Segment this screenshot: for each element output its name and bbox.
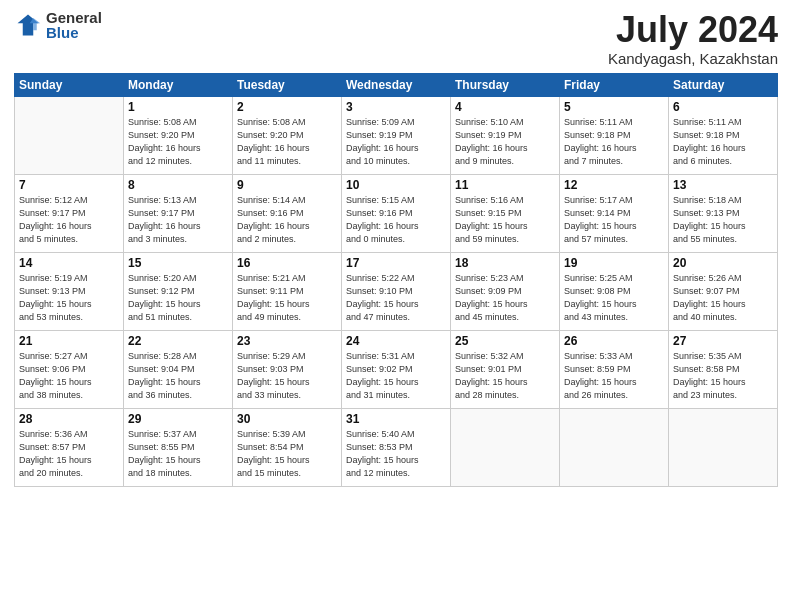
calendar-cell: 12Sunrise: 5:17 AMSunset: 9:14 PMDayligh… xyxy=(560,174,669,252)
day-info: Sunrise: 5:22 AMSunset: 9:10 PMDaylight:… xyxy=(346,272,446,324)
calendar-cell: 29Sunrise: 5:37 AMSunset: 8:55 PMDayligh… xyxy=(124,408,233,486)
weekday-header-friday: Friday xyxy=(560,73,669,96)
day-number: 12 xyxy=(564,178,664,192)
day-number: 20 xyxy=(673,256,773,270)
day-info: Sunrise: 5:15 AMSunset: 9:16 PMDaylight:… xyxy=(346,194,446,246)
day-number: 1 xyxy=(128,100,228,114)
calendar-cell: 31Sunrise: 5:40 AMSunset: 8:53 PMDayligh… xyxy=(342,408,451,486)
calendar-cell: 9Sunrise: 5:14 AMSunset: 9:16 PMDaylight… xyxy=(233,174,342,252)
month-title: July 2024 xyxy=(608,10,778,50)
day-info: Sunrise: 5:27 AMSunset: 9:06 PMDaylight:… xyxy=(19,350,119,402)
day-number: 13 xyxy=(673,178,773,192)
day-number: 4 xyxy=(455,100,555,114)
day-number: 9 xyxy=(237,178,337,192)
day-info: Sunrise: 5:37 AMSunset: 8:55 PMDaylight:… xyxy=(128,428,228,480)
day-number: 19 xyxy=(564,256,664,270)
day-number: 3 xyxy=(346,100,446,114)
calendar-table: SundayMondayTuesdayWednesdayThursdayFrid… xyxy=(14,73,778,487)
header: General Blue July 2024 Kandyagash, Kazak… xyxy=(14,10,778,67)
calendar-cell: 1Sunrise: 5:08 AMSunset: 9:20 PMDaylight… xyxy=(124,96,233,174)
logo-icon xyxy=(14,11,42,39)
calendar-cell: 21Sunrise: 5:27 AMSunset: 9:06 PMDayligh… xyxy=(15,330,124,408)
day-info: Sunrise: 5:33 AMSunset: 8:59 PMDaylight:… xyxy=(564,350,664,402)
calendar-header: SundayMondayTuesdayWednesdayThursdayFrid… xyxy=(15,73,778,96)
day-number: 14 xyxy=(19,256,119,270)
weekday-header-sunday: Sunday xyxy=(15,73,124,96)
calendar-body: 1Sunrise: 5:08 AMSunset: 9:20 PMDaylight… xyxy=(15,96,778,486)
day-info: Sunrise: 5:12 AMSunset: 9:17 PMDaylight:… xyxy=(19,194,119,246)
calendar-week-2: 7Sunrise: 5:12 AMSunset: 9:17 PMDaylight… xyxy=(15,174,778,252)
calendar-cell: 23Sunrise: 5:29 AMSunset: 9:03 PMDayligh… xyxy=(233,330,342,408)
calendar-week-1: 1Sunrise: 5:08 AMSunset: 9:20 PMDaylight… xyxy=(15,96,778,174)
day-info: Sunrise: 5:08 AMSunset: 9:20 PMDaylight:… xyxy=(128,116,228,168)
calendar-cell xyxy=(560,408,669,486)
calendar-cell: 18Sunrise: 5:23 AMSunset: 9:09 PMDayligh… xyxy=(451,252,560,330)
calendar-cell: 20Sunrise: 5:26 AMSunset: 9:07 PMDayligh… xyxy=(669,252,778,330)
calendar-cell: 3Sunrise: 5:09 AMSunset: 9:19 PMDaylight… xyxy=(342,96,451,174)
day-number: 31 xyxy=(346,412,446,426)
weekday-header-thursday: Thursday xyxy=(451,73,560,96)
day-number: 17 xyxy=(346,256,446,270)
calendar-cell: 7Sunrise: 5:12 AMSunset: 9:17 PMDaylight… xyxy=(15,174,124,252)
page: General Blue July 2024 Kandyagash, Kazak… xyxy=(0,0,792,612)
weekday-header-saturday: Saturday xyxy=(669,73,778,96)
calendar-cell: 28Sunrise: 5:36 AMSunset: 8:57 PMDayligh… xyxy=(15,408,124,486)
day-number: 24 xyxy=(346,334,446,348)
calendar-cell: 25Sunrise: 5:32 AMSunset: 9:01 PMDayligh… xyxy=(451,330,560,408)
calendar-cell: 11Sunrise: 5:16 AMSunset: 9:15 PMDayligh… xyxy=(451,174,560,252)
day-info: Sunrise: 5:23 AMSunset: 9:09 PMDaylight:… xyxy=(455,272,555,324)
day-number: 15 xyxy=(128,256,228,270)
day-info: Sunrise: 5:11 AMSunset: 9:18 PMDaylight:… xyxy=(673,116,773,168)
calendar-cell: 4Sunrise: 5:10 AMSunset: 9:19 PMDaylight… xyxy=(451,96,560,174)
day-info: Sunrise: 5:25 AMSunset: 9:08 PMDaylight:… xyxy=(564,272,664,324)
day-number: 2 xyxy=(237,100,337,114)
day-number: 5 xyxy=(564,100,664,114)
logo: General Blue xyxy=(14,10,102,40)
calendar-cell: 6Sunrise: 5:11 AMSunset: 9:18 PMDaylight… xyxy=(669,96,778,174)
day-info: Sunrise: 5:39 AMSunset: 8:54 PMDaylight:… xyxy=(237,428,337,480)
day-number: 22 xyxy=(128,334,228,348)
day-info: Sunrise: 5:29 AMSunset: 9:03 PMDaylight:… xyxy=(237,350,337,402)
weekday-header-wednesday: Wednesday xyxy=(342,73,451,96)
day-number: 27 xyxy=(673,334,773,348)
calendar-cell: 8Sunrise: 5:13 AMSunset: 9:17 PMDaylight… xyxy=(124,174,233,252)
day-number: 11 xyxy=(455,178,555,192)
day-number: 8 xyxy=(128,178,228,192)
calendar-week-5: 28Sunrise: 5:36 AMSunset: 8:57 PMDayligh… xyxy=(15,408,778,486)
day-number: 7 xyxy=(19,178,119,192)
day-info: Sunrise: 5:32 AMSunset: 9:01 PMDaylight:… xyxy=(455,350,555,402)
calendar-cell: 15Sunrise: 5:20 AMSunset: 9:12 PMDayligh… xyxy=(124,252,233,330)
calendar-cell xyxy=(15,96,124,174)
day-info: Sunrise: 5:09 AMSunset: 9:19 PMDaylight:… xyxy=(346,116,446,168)
day-info: Sunrise: 5:28 AMSunset: 9:04 PMDaylight:… xyxy=(128,350,228,402)
calendar-cell: 5Sunrise: 5:11 AMSunset: 9:18 PMDaylight… xyxy=(560,96,669,174)
day-info: Sunrise: 5:18 AMSunset: 9:13 PMDaylight:… xyxy=(673,194,773,246)
day-info: Sunrise: 5:40 AMSunset: 8:53 PMDaylight:… xyxy=(346,428,446,480)
day-info: Sunrise: 5:11 AMSunset: 9:18 PMDaylight:… xyxy=(564,116,664,168)
day-info: Sunrise: 5:36 AMSunset: 8:57 PMDaylight:… xyxy=(19,428,119,480)
weekday-row: SundayMondayTuesdayWednesdayThursdayFrid… xyxy=(15,73,778,96)
calendar-cell xyxy=(669,408,778,486)
calendar-cell xyxy=(451,408,560,486)
day-info: Sunrise: 5:26 AMSunset: 9:07 PMDaylight:… xyxy=(673,272,773,324)
day-info: Sunrise: 5:19 AMSunset: 9:13 PMDaylight:… xyxy=(19,272,119,324)
day-number: 30 xyxy=(237,412,337,426)
calendar-week-4: 21Sunrise: 5:27 AMSunset: 9:06 PMDayligh… xyxy=(15,330,778,408)
day-info: Sunrise: 5:35 AMSunset: 8:58 PMDaylight:… xyxy=(673,350,773,402)
calendar-cell: 17Sunrise: 5:22 AMSunset: 9:10 PMDayligh… xyxy=(342,252,451,330)
calendar-cell: 19Sunrise: 5:25 AMSunset: 9:08 PMDayligh… xyxy=(560,252,669,330)
calendar-cell: 26Sunrise: 5:33 AMSunset: 8:59 PMDayligh… xyxy=(560,330,669,408)
day-number: 28 xyxy=(19,412,119,426)
logo-text: General Blue xyxy=(46,10,102,40)
day-info: Sunrise: 5:31 AMSunset: 9:02 PMDaylight:… xyxy=(346,350,446,402)
day-number: 18 xyxy=(455,256,555,270)
weekday-header-monday: Monday xyxy=(124,73,233,96)
calendar-cell: 13Sunrise: 5:18 AMSunset: 9:13 PMDayligh… xyxy=(669,174,778,252)
day-info: Sunrise: 5:16 AMSunset: 9:15 PMDaylight:… xyxy=(455,194,555,246)
day-info: Sunrise: 5:10 AMSunset: 9:19 PMDaylight:… xyxy=(455,116,555,168)
weekday-header-tuesday: Tuesday xyxy=(233,73,342,96)
day-number: 29 xyxy=(128,412,228,426)
day-number: 25 xyxy=(455,334,555,348)
location-subtitle: Kandyagash, Kazakhstan xyxy=(608,50,778,67)
calendar-cell: 24Sunrise: 5:31 AMSunset: 9:02 PMDayligh… xyxy=(342,330,451,408)
